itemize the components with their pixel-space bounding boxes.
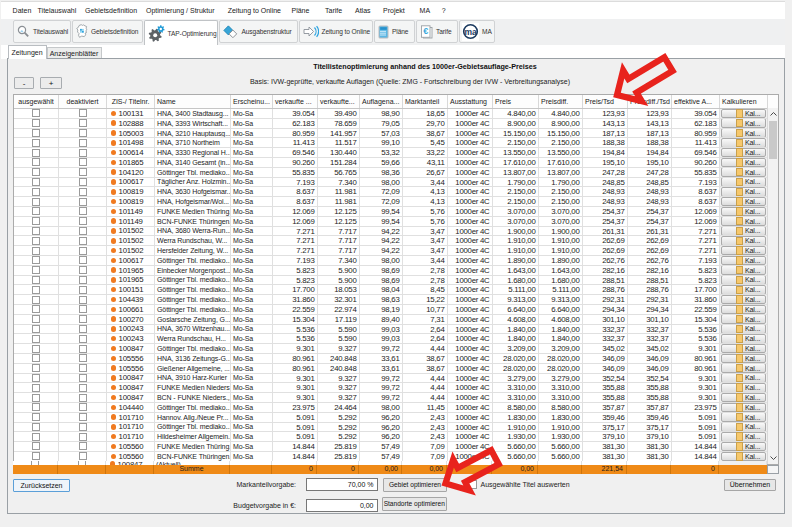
- svg-text:ma: ma: [464, 27, 476, 37]
- svg-text:€: €: [423, 26, 428, 36]
